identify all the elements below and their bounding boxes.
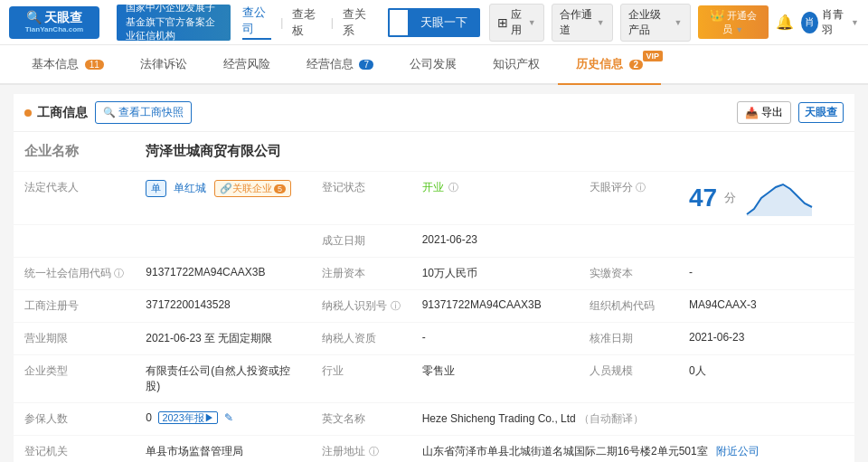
- search-area: 天眼一下: [388, 8, 480, 37]
- staff-size-value: 0人: [678, 355, 854, 403]
- search-input[interactable]: [388, 8, 408, 37]
- tax-id-label: 纳税人识别号 ⓘ: [311, 290, 410, 323]
- actual-capital-value: -: [678, 258, 854, 290]
- tab-basic-info-badge: 11: [85, 60, 104, 70]
- vip-button[interactable]: 👑 开通会员 ▼: [698, 5, 769, 39]
- rep-name[interactable]: 单红城: [174, 182, 206, 194]
- tab-bar: 基本信息 11 法律诉讼 经营风险 经营信息 7 公司发展 知识产权 历史信息 …: [0, 45, 868, 85]
- nav-search[interactable]: 查公司: [242, 5, 271, 40]
- quick-view-label: 查看工商快照: [118, 105, 184, 120]
- credit-code-label: 统一社会信用代码 ⓘ: [14, 258, 135, 290]
- username[interactable]: 肖青羽: [822, 7, 847, 38]
- tab-legal[interactable]: 法律诉讼: [122, 45, 205, 85]
- bell-icon[interactable]: 🔔: [776, 14, 794, 31]
- banner: 国家中小企业发展子基金旗下官方备案企业征信机构: [117, 5, 231, 41]
- export-icon: 📥: [745, 107, 759, 119]
- reg-address-nearby-link[interactable]: 附近公司: [716, 445, 760, 457]
- approve-date-label: 核准日期: [579, 323, 678, 355]
- reg-capital-label: 注册资本: [311, 258, 410, 290]
- tab-biz-info[interactable]: 经营信息 7: [288, 45, 392, 85]
- credit-code-value: 91371722MA94CAAX3B: [135, 258, 311, 290]
- related-icon: 🔗: [220, 183, 232, 194]
- section-title-text: 工商信息: [37, 105, 88, 121]
- biz-reg-no-value: 37172200143528: [135, 290, 311, 323]
- org-code-label: 组织机构代码: [579, 290, 678, 323]
- tax-info-icon: ⓘ: [391, 300, 401, 311]
- company-name-label: 企业名称: [14, 132, 135, 172]
- banner-text: 国家中小企业发展子基金旗下官方备案企业征信机构: [126, 1, 222, 42]
- rep-row: 法定代表人 单 单红城 🔗 关联企业 5 登记状态 开业 ⓘ 天眼评分 ⓘ: [14, 172, 854, 225]
- tab-development[interactable]: 公司发展: [392, 45, 475, 85]
- reg-status-value: 开业 ⓘ: [411, 172, 579, 225]
- score-chart: [743, 180, 816, 216]
- logo-area: 🔍 天眼查 TianYanCha.com: [9, 6, 112, 39]
- info-card: 企业名称 菏泽世城商贸有限公司 法定代表人 单 单红城 🔗 关联企业 5 登记状…: [14, 132, 854, 462]
- nav-boss[interactable]: 查老板: [292, 6, 321, 39]
- reg-status-text: 开业: [422, 181, 444, 193]
- reg-address-text: 山东省菏泽市单县北城街道名城国际二期16号楼2单元501室: [422, 445, 708, 457]
- rep-tag: 单: [146, 180, 166, 197]
- tianyancha-logo-sm: 天眼查: [798, 102, 844, 123]
- reg-auth-row: 登记机关 单县市场监督管理局 注册地址 ⓘ 山东省菏泽市单县北城街道名城国际二期…: [14, 436, 854, 463]
- reg-status-label: 登记状态: [311, 172, 410, 225]
- rep-label: 法定代表人: [14, 172, 135, 225]
- logo: 🔍 天眼查 TianYanCha.com: [9, 6, 99, 39]
- section-actions: 📥 导出 天眼查: [737, 101, 844, 124]
- biz-period-value: 2021-06-23 至 无固定期限: [135, 323, 311, 355]
- tab-basic-info-label: 基本信息: [32, 57, 79, 71]
- approve-date-value: 2021-06-23: [678, 323, 854, 355]
- reg-address-info-icon: ⓘ: [369, 446, 379, 457]
- english-name-text: Heze Shicheng Trading Co., Ltd: [422, 412, 576, 425]
- industry-label: 行业: [311, 355, 410, 403]
- section-header: 工商信息 🔍 查看工商快照 📥 导出 天眼查: [14, 94, 854, 132]
- edit-icon[interactable]: ✎: [224, 411, 233, 424]
- tab-history-badge: 2: [629, 60, 644, 70]
- insured-year-tag[interactable]: 2023年报▶: [158, 411, 217, 424]
- section-title: 工商信息: [24, 105, 88, 121]
- tab-ip[interactable]: 知识产权: [475, 45, 558, 85]
- app-chevron: ▼: [528, 18, 536, 27]
- industry-value: 零售业: [411, 355, 579, 403]
- reg-authority-value: 单县市场监督管理局: [135, 436, 311, 463]
- enterprise-label: 企业级产品: [628, 7, 672, 38]
- main-content: 工商信息 🔍 查看工商快照 📥 导出 天眼查 企业名称 菏泽世城商贸有限公司: [0, 85, 868, 462]
- quick-view-icon: 🔍: [103, 107, 116, 118]
- reg-capital-value: 10万人民币: [411, 258, 579, 290]
- export-button[interactable]: 📥 导出: [737, 101, 791, 124]
- company-type-label: 企业类型: [14, 355, 135, 403]
- tab-history[interactable]: 历史信息 VIP 2: [558, 45, 661, 85]
- insured-num: 0: [146, 411, 152, 424]
- app-button[interactable]: ⊞ 应用 ▼: [489, 4, 543, 42]
- quick-view-button[interactable]: 🔍 查看工商快照: [95, 101, 192, 124]
- tab-development-label: 公司发展: [410, 57, 457, 71]
- empty-label: [14, 225, 135, 258]
- taxpayer-qual-value: -: [411, 323, 579, 355]
- insured-value: 0 2023年报▶ ✎: [135, 403, 311, 436]
- tianyan-score-num: 47: [689, 184, 717, 212]
- rep-value: 单 单红城 🔗 关联企业 5: [135, 172, 311, 225]
- tianyan-label: 天眼评分 ⓘ: [579, 172, 678, 225]
- section-title-area: 工商信息 🔍 查看工商快照: [24, 101, 192, 124]
- tab-basic-info[interactable]: 基本信息 11: [14, 45, 122, 85]
- tab-risk-label: 经营风险: [223, 57, 270, 71]
- related-enterprises-tag[interactable]: 🔗 关联企业 5: [214, 180, 291, 197]
- tab-history-label: 历史信息: [576, 57, 623, 71]
- reg-authority-label: 登记机关: [14, 436, 135, 463]
- found-date-value: 2021-06-23: [411, 225, 579, 258]
- company-type-value: 有限责任公司(自然人投资或控股): [135, 355, 311, 403]
- biz-period-label: 营业期限: [14, 323, 135, 355]
- insured-label: 参保人数: [14, 403, 135, 436]
- biz-reg-no-label: 工商注册号: [14, 290, 135, 323]
- partner-button[interactable]: 合作通道 ▼: [552, 4, 613, 42]
- search-button[interactable]: 天眼一下: [408, 8, 480, 37]
- tab-risk[interactable]: 经营风险: [205, 45, 288, 85]
- enterprise-button[interactable]: 企业级产品 ▼: [620, 4, 691, 42]
- export-label: 导出: [761, 105, 783, 120]
- nav-relation[interactable]: 查关系: [343, 6, 372, 39]
- found-date-row: 成立日期 2021-06-23: [14, 225, 854, 258]
- found-date-label: 成立日期: [311, 225, 410, 258]
- company-name-value: 菏泽世城商贸有限公司: [135, 132, 854, 172]
- company-type-row: 企业类型 有限责任公司(自然人投资或控股) 行业 零售业 人员规模 0人: [14, 355, 854, 403]
- page-header: 🔍 天眼查 TianYanCha.com 国家中小企业发展子基金旗下官方备案企业…: [0, 0, 868, 45]
- english-name-auto: （自动翻译）: [579, 412, 644, 425]
